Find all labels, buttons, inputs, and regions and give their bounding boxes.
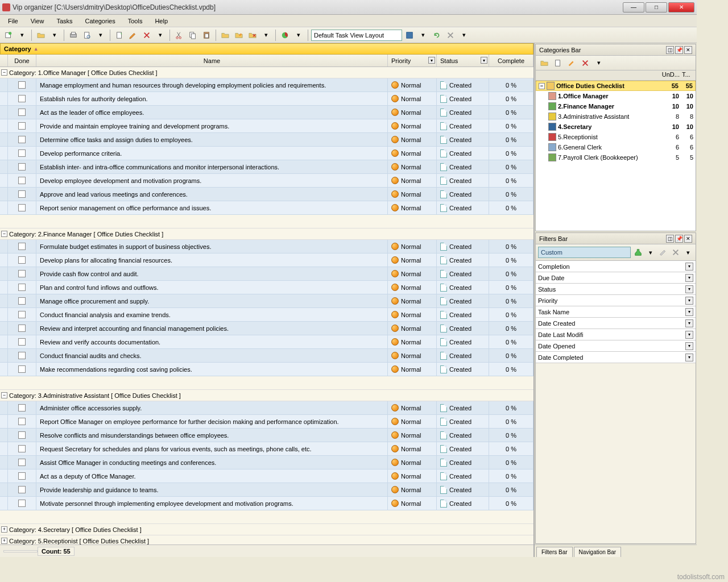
tree-item[interactable]: 6.General Clerk66 xyxy=(536,142,696,152)
expand-icon[interactable]: + xyxy=(1,538,7,544)
done-checkbox[interactable] xyxy=(18,500,26,507)
col-name[interactable]: Name xyxy=(36,55,388,66)
task-row[interactable]: Motivate personnel through implementing … xyxy=(0,497,533,510)
task-row[interactable]: Report senior management on office perfo… xyxy=(0,201,533,215)
filter-field[interactable]: Date Created▾ xyxy=(536,318,696,329)
tree-item[interactable]: 5.Receptionist66 xyxy=(536,132,696,142)
filter-field[interactable]: Date Completed▾ xyxy=(536,352,696,363)
done-checkbox[interactable] xyxy=(18,177,26,184)
filter-field[interactable]: Due Date▾ xyxy=(536,272,696,284)
cat-props-button[interactable] xyxy=(565,57,578,69)
done-checkbox[interactable] xyxy=(18,163,26,171)
edit-task-button[interactable] xyxy=(127,29,139,41)
panel-close-icon[interactable]: ✕ xyxy=(684,235,692,243)
panel-pin-icon[interactable]: 📌 xyxy=(675,46,683,54)
collapse-icon[interactable]: − xyxy=(1,231,7,237)
copy-button[interactable] xyxy=(187,29,199,41)
cat-delete-drop[interactable]: ▾ xyxy=(593,57,605,69)
task-row[interactable]: Provide and maintain employee training a… xyxy=(0,119,533,133)
category-row[interactable]: −Category: 3.Administrative Assistant [ … xyxy=(0,390,533,401)
collapse-icon[interactable]: − xyxy=(1,392,7,398)
task-row[interactable]: Act as the leader of office employees.No… xyxy=(0,106,533,119)
category-drop[interactable]: ▾ xyxy=(260,29,272,41)
chart-button[interactable] xyxy=(279,29,291,41)
task-row[interactable]: Administer office accessories supply.Nor… xyxy=(0,401,533,415)
done-checkbox[interactable] xyxy=(18,365,26,373)
task-row[interactable]: Develop employee development and motivat… xyxy=(0,174,533,188)
layout-combo[interactable]: Default Task View Layout xyxy=(311,30,402,41)
minimize-button[interactable]: — xyxy=(623,2,644,13)
new-db-drop[interactable]: ▾ xyxy=(16,29,28,41)
col-status[interactable]: Status▾ xyxy=(437,55,489,66)
task-row[interactable]: Conduct financial analysis and examine t… xyxy=(0,308,533,322)
done-checkbox[interactable] xyxy=(18,256,26,264)
filter-field[interactable]: Status▾ xyxy=(536,284,696,295)
done-checkbox[interactable] xyxy=(18,445,26,452)
done-checkbox[interactable] xyxy=(18,270,26,277)
print-button[interactable] xyxy=(67,29,80,41)
category-row[interactable]: −Category: 2.Finance Manager [ Office Du… xyxy=(0,228,533,240)
category-row[interactable]: −Category: 1.Office Manager [ Office Dut… xyxy=(0,67,533,78)
done-checkbox[interactable] xyxy=(18,472,26,480)
group-by-header[interactable]: Category▲ xyxy=(0,43,533,55)
done-checkbox[interactable] xyxy=(18,122,26,130)
layout-save-button[interactable] xyxy=(403,29,416,41)
task-row[interactable]: Assist Office Manager in conducting meet… xyxy=(0,456,533,469)
done-checkbox[interactable] xyxy=(18,109,26,116)
task-row[interactable]: Establish inter- and intra-office commun… xyxy=(0,160,533,174)
panel-restore-icon[interactable]: ◫ xyxy=(666,235,674,243)
task-row[interactable]: Determine office tasks and assign duties… xyxy=(0,133,533,147)
dropdown-icon[interactable]: ▾ xyxy=(685,354,693,361)
dropdown-icon[interactable]: ▾ xyxy=(685,274,693,282)
task-row[interactable]: Plan and control fund inflows and outflo… xyxy=(0,281,533,294)
task-row[interactable]: Develop performance criteria.NormalCreat… xyxy=(0,147,533,160)
category-row[interactable]: +Category: 5.Receptionist [ Office Dutie… xyxy=(0,535,533,544)
done-checkbox[interactable] xyxy=(18,431,26,439)
category-delete-button[interactable] xyxy=(246,29,259,41)
dropdown-icon[interactable]: ▾ xyxy=(685,297,693,305)
close-button[interactable]: ✕ xyxy=(668,2,694,13)
preview-drop[interactable]: ▾ xyxy=(94,29,107,41)
tree-item[interactable]: 3.Administrative Assistant88 xyxy=(536,111,696,122)
paste-button[interactable] xyxy=(200,29,213,41)
delete-task-button[interactable] xyxy=(140,29,153,41)
dropdown-icon[interactable]: ▾ xyxy=(685,319,693,327)
new-db-button[interactable] xyxy=(2,29,15,41)
maximize-button[interactable]: □ xyxy=(646,2,667,13)
bottom-tab[interactable]: Filters Bar xyxy=(536,547,573,557)
task-row[interactable]: Review and verify accounts documentation… xyxy=(0,335,533,349)
done-checkbox[interactable] xyxy=(18,297,26,305)
menu-help[interactable]: Help xyxy=(149,16,173,26)
task-row[interactable]: Act as a deputy of Office Manager.Normal… xyxy=(0,469,533,483)
category-row[interactable]: +Category: 4.Secretary [ Office Duties C… xyxy=(0,524,533,535)
done-checkbox[interactable] xyxy=(18,311,26,318)
task-row[interactable]: Manage office procurement and supply.Nor… xyxy=(0,294,533,308)
menu-categories[interactable]: Categories xyxy=(80,16,121,26)
filter-field[interactable]: Date Opened▾ xyxy=(536,340,696,352)
task-row[interactable]: Request Secretary for schedules and plan… xyxy=(0,442,533,456)
priority-filter-icon[interactable]: ▾ xyxy=(428,57,435,64)
cat-delete-button[interactable] xyxy=(579,57,592,69)
layout-delete-button[interactable] xyxy=(444,29,457,41)
done-checkbox[interactable] xyxy=(18,136,26,143)
panel-restore-icon[interactable]: ◫ xyxy=(666,46,674,54)
menu-view[interactable]: View xyxy=(25,16,50,26)
chart-drop[interactable]: ▾ xyxy=(292,29,305,41)
task-row[interactable]: Review and interpret accounting and fina… xyxy=(0,322,533,335)
filter-field[interactable]: Task Name▾ xyxy=(536,306,696,318)
done-checkbox[interactable] xyxy=(18,95,26,102)
tree-item[interactable]: 1.Office Manager1010 xyxy=(536,91,696,101)
menu-file[interactable]: File xyxy=(2,16,24,26)
preview-button[interactable] xyxy=(81,29,93,41)
dropdown-icon[interactable]: ▾ xyxy=(685,285,693,293)
done-checkbox[interactable] xyxy=(18,284,26,291)
done-checkbox[interactable] xyxy=(18,149,26,157)
collapse-icon[interactable]: − xyxy=(1,69,7,76)
task-row[interactable]: Conduct financial audits and checks.Norm… xyxy=(0,349,533,363)
filter-custom-combo[interactable]: Custom xyxy=(538,247,631,258)
filter-apply-button[interactable] xyxy=(632,246,644,259)
task-row[interactable]: Report Office Manager on employee perfor… xyxy=(0,415,533,429)
task-row[interactable]: Formulate budget estimates in support of… xyxy=(0,240,533,253)
tree-item[interactable]: −Office Duties Checklist5555 xyxy=(536,81,696,91)
done-checkbox[interactable] xyxy=(18,243,26,250)
